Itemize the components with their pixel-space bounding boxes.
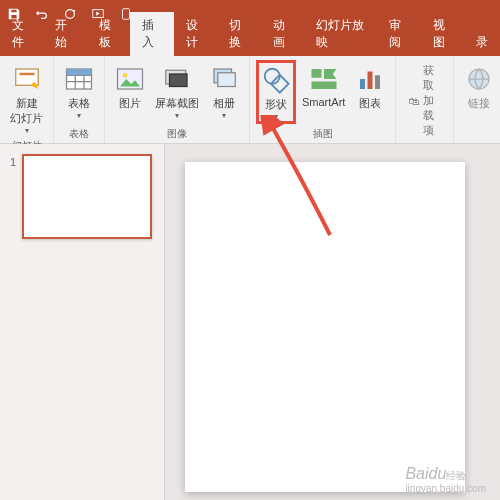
tab-insert[interactable]: 插入	[130, 12, 173, 56]
tab-file[interactable]: 文件	[0, 12, 43, 56]
svg-point-8	[123, 73, 128, 78]
chart-label: 图表	[359, 96, 381, 111]
svg-rect-6	[67, 69, 92, 75]
chevron-down-icon: ▾	[274, 112, 278, 121]
screenshot-button[interactable]: 屏幕截图 ▾	[151, 60, 203, 122]
tab-design[interactable]: 设计	[174, 12, 217, 56]
workspace: 1	[0, 144, 500, 500]
tab-review[interactable]: 审阅	[377, 12, 420, 56]
thumbnail-number: 1	[10, 156, 16, 239]
new-slide-icon	[12, 64, 42, 94]
album-button[interactable]: 相册 ▾	[205, 60, 243, 122]
smartart-icon	[309, 64, 339, 94]
link-label: 链接	[468, 96, 490, 111]
album-icon	[209, 64, 239, 94]
link-icon	[464, 64, 494, 94]
table-icon	[64, 64, 94, 94]
tab-home[interactable]: 开始	[43, 12, 86, 56]
chart-icon	[355, 64, 385, 94]
table-button[interactable]: 表格 ▾	[60, 60, 98, 122]
slide-canvas-area[interactable]	[165, 144, 500, 500]
group-images: 图片 屏幕截图 ▾ 相册 ▾ 图像	[105, 56, 250, 143]
table-label: 表格	[68, 96, 90, 111]
slide[interactable]	[185, 162, 465, 492]
chevron-down-icon: ▾	[25, 126, 29, 135]
group-label: 表格	[69, 127, 89, 141]
ribbon: 新建 幻灯片 ▾ 幻灯片 表格 ▾ 表格 图片 屏幕截图 ▾	[0, 56, 500, 144]
store-icon: 🛍	[408, 95, 419, 107]
new-slide-button[interactable]: 新建 幻灯片 ▾	[6, 60, 47, 137]
thumbnail-panel[interactable]: 1	[0, 144, 165, 500]
group-illustrations: 形状 ▾ SmartArt 图表 插图	[250, 56, 396, 143]
svg-rect-16	[311, 82, 336, 90]
group-slides: 新建 幻灯片 ▾ 幻灯片	[0, 56, 54, 143]
chevron-down-icon: ▾	[77, 111, 81, 120]
svg-rect-12	[218, 73, 236, 87]
watermark: Baidu经验 jingyan.baidu.com	[405, 465, 486, 494]
picture-button[interactable]: 图片	[111, 60, 149, 113]
group-tables: 表格 ▾ 表格	[54, 56, 105, 143]
group-label: 图像	[167, 127, 187, 141]
shapes-icon	[261, 65, 291, 95]
chevron-down-icon: ▾	[222, 111, 226, 120]
shapes-button[interactable]: 形状 ▾	[256, 60, 296, 124]
group-label: 插图	[313, 127, 333, 141]
svg-rect-17	[360, 79, 365, 89]
new-slide-label: 新建 幻灯片	[10, 96, 43, 126]
tab-view[interactable]: 视图	[421, 12, 464, 56]
slide-thumbnail[interactable]: 1	[10, 154, 154, 239]
chevron-down-icon: ▾	[175, 111, 179, 120]
screenshot-icon	[162, 64, 192, 94]
tab-template[interactable]: 模板	[87, 12, 130, 56]
chart-button[interactable]: 图表	[351, 60, 389, 113]
tab-transitions[interactable]: 切换	[217, 12, 260, 56]
svg-rect-18	[368, 72, 373, 90]
shapes-label: 形状	[265, 97, 287, 112]
svg-rect-15	[311, 69, 321, 78]
thumbnail-preview[interactable]	[22, 154, 152, 239]
get-addins-button[interactable]: 🛍获取加载项	[404, 62, 445, 139]
tab-record[interactable]: 录	[464, 29, 500, 56]
tab-animations[interactable]: 动画	[261, 12, 304, 56]
tab-slideshow[interactable]: 幻灯片放映	[304, 12, 377, 56]
smartart-button[interactable]: SmartArt	[298, 60, 349, 110]
ribbon-tabs: 文件 开始 模板 插入 设计 切换 动画 幻灯片放映 审阅 视图 录	[0, 28, 500, 56]
album-label: 相册	[213, 96, 235, 111]
link-button[interactable]: 链接	[460, 60, 498, 113]
svg-rect-19	[375, 75, 380, 89]
picture-icon	[115, 64, 145, 94]
svg-rect-4	[19, 73, 34, 76]
svg-rect-10	[170, 74, 188, 87]
group-addins: 🛍获取加载项 ⚙我的加载项 ▾ 加载项	[396, 56, 454, 143]
picture-label: 图片	[119, 96, 141, 111]
group-links: 链接	[454, 56, 500, 143]
screenshot-label: 屏幕截图	[155, 96, 199, 111]
smartart-label: SmartArt	[302, 96, 345, 108]
